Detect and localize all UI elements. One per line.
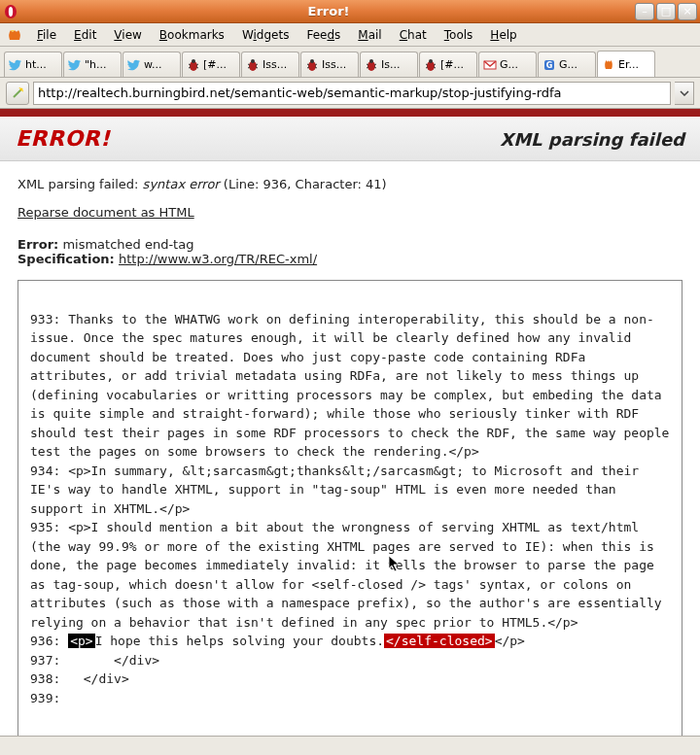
code-line-937: 937: </div> [30,653,159,668]
error-heading: ERROR! [16,126,111,151]
code-line-935: 935: <p>I should mention a bit about the… [30,520,669,630]
svg-point-15 [310,59,314,63]
red-divider [0,109,700,117]
menubar: File Edit View Bookmarks Widgets Feeds M… [0,23,700,47]
svg-point-3 [192,59,195,63]
tab-label: "h... [85,58,107,71]
svg-point-27 [429,59,433,63]
menu-tools[interactable]: Tools [437,25,481,45]
window-buttons: – □ × [635,3,697,20]
menu-widgets[interactable]: Widgets [234,25,298,45]
code-line-939: 939: [30,691,68,705]
svg-line-35 [14,89,21,97]
svg-point-36 [20,87,23,90]
svg-point-1 [9,7,13,17]
highlight-error-tag: </self-closed> [384,634,495,648]
tab-5[interactable]: Iss... [300,51,359,77]
tab-label: w... [144,58,161,71]
status-bar [0,736,700,755]
error-label: Error: [18,237,58,252]
error-subheading: XML parsing failed [500,129,684,150]
error-body: XML parsing failed: syntax error (Line: … [0,161,700,736]
reparse-link[interactable]: Reparse document as HTML [18,205,194,220]
error-summary: XML parsing failed: syntax error (Line: … [18,177,682,191]
summary-prefix: XML parsing failed: [18,177,143,191]
window-titlebar: Error! – □ × [0,0,700,23]
code-line-933: 933: Thanks to the WHATWG work on defini… [30,312,677,460]
source-code-box: 933: Thanks to the WHATWG work on defini… [18,280,682,736]
tab-label: G... [500,58,518,71]
tab-10[interactable]: Er... [597,51,655,77]
tab-label: [#... [203,58,227,71]
menu-chat[interactable]: Chat [392,25,435,45]
spec-label: Specification: [18,252,115,266]
menu-help[interactable]: Help [482,25,524,45]
highlight-open-tag: <p> [68,634,94,648]
tab-4[interactable]: Iss... [241,51,299,77]
tab-label: [#... [440,58,464,71]
error-header: ERROR! XML parsing failed [0,117,700,161]
tab-1[interactable]: "h... [63,51,122,77]
menu-edit[interactable]: Edit [66,25,104,45]
svg-point-9 [251,59,255,63]
tab-9[interactable]: GG... [538,51,596,77]
wand-button[interactable] [6,82,29,105]
spec-line: Specification: http://www.w3.org/TR/REC-… [18,252,682,266]
code-line-934: 934: <p>In summary, &lt;sarcasm&gt;thank… [30,463,647,516]
url-input[interactable] [38,86,666,100]
tab-6[interactable]: Is... [360,51,418,77]
svg-line-37 [19,87,20,88]
code-line-936: 936: <p>I hope this helps solving your d… [30,634,525,648]
error-detail-line: Error: mismatched end-tag [18,237,682,252]
svg-text:G: G [546,61,553,70]
tab-label: Er... [618,58,639,71]
app-icon [6,26,23,44]
window-title: Error! [22,4,635,18]
menu-feeds[interactable]: Feeds [298,25,348,45]
summary-location: (Line: 936, Character: 41) [220,177,387,191]
tab-label: Iss... [322,58,346,71]
wand-icon [11,86,24,100]
close-button[interactable]: × [678,3,697,20]
tab-label: ht... [25,58,47,71]
error-value: mismatched end-tag [58,237,193,252]
summary-error-type: syntax error [143,177,220,191]
url-bar [0,78,700,109]
spec-link[interactable]: http://www.w3.org/TR/REC-xml/ [119,252,317,266]
tab-bar: ht..."h...w...[#...Iss...Iss...Is...[#..… [0,47,700,78]
svg-line-38 [22,90,23,91]
code-line-938: 938: </div> [30,671,129,686]
page-content: ERROR! XML parsing failed XML parsing fa… [0,109,700,736]
maximize-button[interactable]: □ [656,3,676,20]
tab-label: Iss... [262,58,287,71]
minimize-button[interactable]: – [635,3,654,20]
tab-2[interactable]: w... [122,51,181,77]
tab-3[interactable]: [#... [182,51,240,77]
menu-view[interactable]: View [106,25,149,45]
opera-icon [3,4,18,19]
menu-bookmarks[interactable]: Bookmarks [152,25,232,45]
tab-label: Is... [381,58,400,71]
tab-label: G... [559,58,578,71]
menu-mail[interactable]: Mail [350,25,389,45]
url-dropdown[interactable] [675,82,694,105]
svg-point-21 [369,59,373,63]
tab-0[interactable]: ht... [4,51,62,77]
tab-8[interactable]: G... [478,51,537,77]
chevron-down-icon [680,90,689,96]
url-input-wrap [33,82,671,105]
menu-file[interactable]: File [29,25,64,45]
tab-7[interactable]: [#... [419,51,477,77]
